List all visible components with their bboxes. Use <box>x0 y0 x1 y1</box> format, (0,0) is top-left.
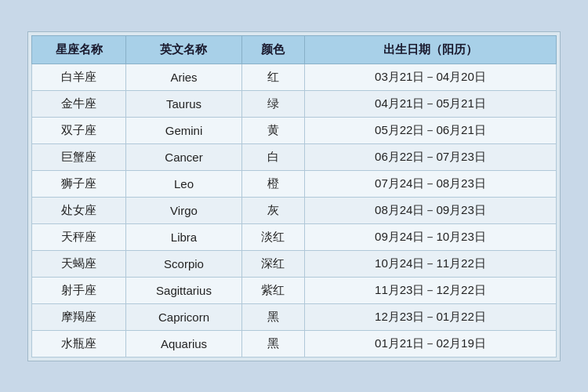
table-row: 水瓶座Aquarius黑01月21日－02月19日 <box>32 330 557 357</box>
cell-date: 04月21日－05月21日 <box>304 90 556 117</box>
zodiac-table: 星座名称 英文名称 颜色 出生日期（阳历） 白羊座Aries红03月21日－04… <box>31 35 557 358</box>
cell-english: Scorpio <box>126 250 241 277</box>
cell-color: 橙 <box>241 170 304 197</box>
zodiac-table-container: 星座名称 英文名称 颜色 出生日期（阳历） 白羊座Aries红03月21日－04… <box>27 31 561 361</box>
cell-english: Aries <box>126 64 241 90</box>
table-row: 天蝎座Scorpio深红10月24日－11月22日 <box>32 250 557 277</box>
cell-color: 黑 <box>241 303 304 330</box>
cell-color: 红 <box>241 64 304 90</box>
cell-english: Sagittarius <box>126 277 241 303</box>
cell-english: Taurus <box>126 90 241 117</box>
cell-chinese: 水瓶座 <box>32 330 126 357</box>
cell-color: 黄 <box>241 117 304 143</box>
cell-chinese: 射手座 <box>32 277 126 303</box>
cell-date: 01月21日－02月19日 <box>304 330 556 357</box>
cell-english: Virgo <box>126 197 241 223</box>
cell-date: 09月24日－10月23日 <box>304 223 556 250</box>
cell-color: 白 <box>241 143 304 170</box>
cell-chinese: 天蝎座 <box>32 250 126 277</box>
header-english: 英文名称 <box>126 35 241 64</box>
table-body: 白羊座Aries红03月21日－04月20日金牛座Taurus绿04月21日－0… <box>32 64 557 357</box>
cell-date: 12月23日－01月22日 <box>304 303 556 330</box>
header-date: 出生日期（阳历） <box>304 35 556 64</box>
table-row: 双子座Gemini黄05月22日－06月21日 <box>32 117 557 143</box>
cell-color: 紫红 <box>241 277 304 303</box>
table-header-row: 星座名称 英文名称 颜色 出生日期（阳历） <box>32 35 557 64</box>
cell-date: 05月22日－06月21日 <box>304 117 556 143</box>
cell-chinese: 双子座 <box>32 117 126 143</box>
cell-chinese: 处女座 <box>32 197 126 223</box>
table-row: 巨蟹座Cancer白06月22日－07月23日 <box>32 143 557 170</box>
cell-english: Leo <box>126 170 241 197</box>
cell-english: Cancer <box>126 143 241 170</box>
cell-color: 绿 <box>241 90 304 117</box>
cell-english: Aquarius <box>126 330 241 357</box>
cell-english: Capricorn <box>126 303 241 330</box>
cell-color: 黑 <box>241 330 304 357</box>
cell-chinese: 巨蟹座 <box>32 143 126 170</box>
table-row: 金牛座Taurus绿04月21日－05月21日 <box>32 90 557 117</box>
cell-color: 淡红 <box>241 223 304 250</box>
table-row: 摩羯座Capricorn黑12月23日－01月22日 <box>32 303 557 330</box>
cell-chinese: 摩羯座 <box>32 303 126 330</box>
cell-chinese: 狮子座 <box>32 170 126 197</box>
cell-chinese: 白羊座 <box>32 64 126 90</box>
table-row: 白羊座Aries红03月21日－04月20日 <box>32 64 557 90</box>
table-row: 处女座Virgo灰08月24日－09月23日 <box>32 197 557 223</box>
cell-date: 06月22日－07月23日 <box>304 143 556 170</box>
cell-date: 08月24日－09月23日 <box>304 197 556 223</box>
table-row: 射手座Sagittarius紫红11月23日－12月22日 <box>32 277 557 303</box>
cell-color: 深红 <box>241 250 304 277</box>
cell-date: 10月24日－11月22日 <box>304 250 556 277</box>
cell-english: Libra <box>126 223 241 250</box>
table-row: 狮子座Leo橙07月24日－08月23日 <box>32 170 557 197</box>
cell-date: 07月24日－08月23日 <box>304 170 556 197</box>
cell-english: Gemini <box>126 117 241 143</box>
cell-chinese: 天秤座 <box>32 223 126 250</box>
cell-color: 灰 <box>241 197 304 223</box>
header-chinese: 星座名称 <box>32 35 126 64</box>
cell-date: 03月21日－04月20日 <box>304 64 556 90</box>
cell-date: 11月23日－12月22日 <box>304 277 556 303</box>
table-row: 天秤座Libra淡红09月24日－10月23日 <box>32 223 557 250</box>
cell-chinese: 金牛座 <box>32 90 126 117</box>
header-color: 颜色 <box>241 35 304 64</box>
